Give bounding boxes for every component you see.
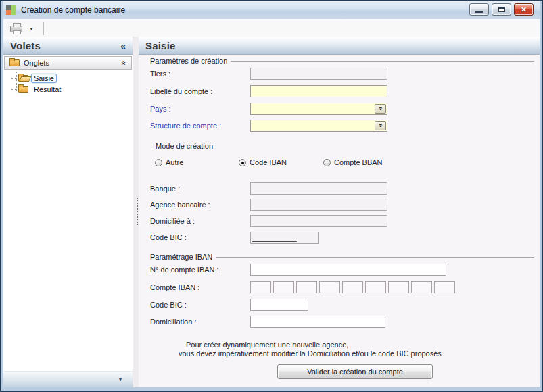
minimize-icon — [475, 11, 483, 13]
main-title: Saisie — [145, 40, 176, 51]
minimize-button[interactable] — [469, 3, 489, 16]
folder-icon — [9, 59, 20, 66]
group-title: Paramétrage IBAN — [150, 253, 216, 261]
toolbar: ▼ — [3, 19, 540, 37]
main-header: Saisie — [139, 37, 540, 55]
iban-code-bic-label: Code BIC : — [150, 301, 250, 309]
row-tiers: Tiers : — [150, 65, 534, 82]
window-controls: ✕ — [469, 3, 534, 16]
row-numero-iban: N° de compte IBAN : — [150, 261, 534, 278]
sidebar: Volets « Onglets « Saisie — [3, 37, 133, 387]
domiciliation-input[interactable] — [250, 316, 385, 328]
open-folder-icon — [18, 75, 28, 82]
domiciliee-label: Domiciliée à : — [150, 217, 250, 225]
iban-segment-input[interactable] — [319, 281, 340, 293]
mode-radio-group: Autre Code IBAN Compte BBAN — [150, 154, 534, 170]
titlebar: Création de compte bancaire ✕ — [3, 1, 540, 19]
radio-autre-label: Autre — [166, 158, 183, 166]
print-button[interactable]: ▼ — [7, 23, 37, 34]
submit-row: Valider la création du compte — [150, 364, 534, 379]
validate-button[interactable]: Valider la création du compte — [277, 364, 433, 379]
domiciliation-label: Domiciliation : — [150, 318, 250, 326]
structure-combobox[interactable]: « — [250, 120, 387, 132]
window-title: Création de compte bancaire — [21, 5, 125, 15]
row-domiciliee: Domiciliée à : — [150, 213, 534, 229]
pays-dropdown-button[interactable]: « — [375, 104, 386, 114]
iban-segment-input[interactable] — [411, 281, 432, 293]
print-dropdown-icon[interactable]: ▼ — [29, 26, 34, 31]
radio-compte-bban[interactable]: Compte BBAN — [323, 158, 383, 166]
radio-autre-icon[interactable] — [155, 159, 162, 166]
row-banque: Banque : — [150, 180, 534, 197]
folder-icon — [18, 86, 28, 93]
group-parametres-creation: Paramètres de création — [150, 56, 534, 65]
toolbar-separator — [43, 22, 44, 35]
structure-dropdown-button[interactable]: « — [375, 121, 386, 130]
row-libelle: Libellé du compte : — [150, 82, 534, 100]
tiers-label: Tiers : — [150, 70, 250, 78]
iban-segment-input[interactable] — [296, 281, 317, 293]
sidebar-footer: ▼ — [3, 371, 133, 387]
agence-label: Agence bancaire : — [150, 201, 250, 209]
pays-label: Pays : — [150, 105, 250, 113]
app-window: Création de compte bancaire ✕ ▼ Volets « — [0, 0, 543, 392]
radio-compte-bban-icon[interactable] — [323, 159, 331, 166]
libelle-input[interactable] — [250, 85, 387, 97]
iban-code-bic-input[interactable] — [250, 299, 308, 311]
panels: Volets « Onglets « Saisie — [3, 37, 540, 387]
numero-iban-input[interactable] — [250, 264, 446, 276]
row-agence: Agence bancaire : — [150, 197, 534, 213]
group-collapse-icon[interactable]: « — [120, 61, 128, 66]
sidebar-group-onglets[interactable]: Onglets « — [4, 56, 132, 70]
row-code-bic: Code BIC : — [150, 229, 534, 245]
domiciliee-input[interactable] — [250, 215, 387, 227]
iban-segment-input[interactable] — [388, 281, 409, 293]
iban-segment-input[interactable] — [342, 281, 363, 293]
panel-gap — [133, 37, 139, 387]
radio-code-iban[interactable]: Code IBAN — [239, 158, 323, 166]
maximize-button[interactable] — [492, 3, 511, 16]
compte-iban-label: Compte IBAN : — [150, 283, 250, 291]
row-compte-iban: Compte IBAN : — [150, 278, 534, 296]
iban-segments — [250, 281, 455, 293]
banque-input[interactable] — [250, 182, 387, 195]
app-icon — [6, 5, 16, 15]
note-line-1: Pour créer dynamiquement une nouvelle ag… — [186, 341, 534, 349]
iban-segment-input[interactable] — [250, 281, 271, 293]
tree-item-label[interactable]: Saisie — [31, 74, 57, 83]
splitter-dots[interactable] — [137, 198, 138, 225]
group-title: Paramètres de création — [150, 57, 231, 65]
main-panel: Saisie Paramètres de création Tiers : Li… — [139, 37, 540, 387]
banque-label: Banque : — [150, 185, 250, 193]
code-bic-input[interactable] — [250, 232, 319, 244]
tree-item-resultat[interactable]: Résultat — [3, 84, 133, 95]
tiers-input[interactable] — [250, 68, 387, 80]
radio-compte-bban-label: Compte BBAN — [334, 158, 383, 166]
note-line-2: vous devez impérativement modifier la Do… — [179, 349, 534, 358]
libelle-label: Libellé du compte : — [150, 87, 250, 95]
radio-autre[interactable]: Autre — [155, 158, 239, 166]
maximize-icon — [498, 7, 505, 12]
row-pays: Pays : « — [150, 100, 534, 117]
sidebar-header: Volets « — [3, 37, 133, 55]
chevron-down-icon: « — [377, 123, 384, 127]
radio-code-iban-icon[interactable] — [239, 159, 246, 166]
sidebar-group-label: Onglets — [24, 59, 49, 67]
tree-item-label[interactable]: Résultat — [31, 84, 64, 94]
sidebar-title: Volets — [10, 40, 41, 51]
row-iban-code-bic: Code BIC : — [150, 296, 534, 313]
row-domiciliation: Domiciliation : — [150, 313, 534, 330]
close-icon: ✕ — [521, 5, 527, 14]
iban-segment-input[interactable] — [365, 281, 386, 293]
footer-dropdown-icon[interactable]: ▼ — [118, 376, 123, 383]
tree-item-saisie[interactable]: Saisie — [3, 73, 133, 84]
agence-input[interactable] — [250, 199, 387, 211]
sidebar-collapse-icon[interactable]: « — [120, 41, 126, 51]
sidebar-tree: Saisie Résultat — [3, 70, 133, 95]
close-button[interactable]: ✕ — [514, 3, 534, 16]
iban-segment-input[interactable] — [273, 281, 294, 293]
pays-combobox[interactable]: « — [250, 103, 387, 115]
code-bic-label: Code BIC : — [150, 233, 250, 241]
printer-icon — [10, 26, 22, 32]
iban-segment-input[interactable] — [434, 281, 455, 293]
